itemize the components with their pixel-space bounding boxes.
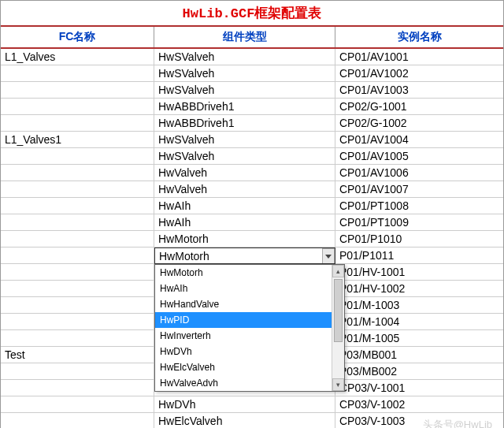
dropdown-item[interactable]: HwMotorh [155, 265, 344, 281]
cell-comp[interactable]: HwSValveh [154, 148, 335, 165]
table-row: L1_Valves1HwSValvehCP01/AV1004 [1, 132, 503, 148]
cell-fc[interactable]: L1_Valves [1, 49, 154, 65]
table-row: HwABBDriveh1CP02/G-1002 [1, 115, 503, 132]
cell-comp[interactable]: HwSValveh [154, 49, 335, 65]
table-row: HwValvehCP01/AV1007 [1, 181, 503, 198]
cell-inst[interactable]: P01/HV-1002 [335, 281, 503, 297]
cell-fc[interactable] [1, 413, 154, 428]
table-row: HwValvehCP01/AV1006 [1, 165, 503, 181]
cell-fc[interactable] [1, 396, 154, 413]
cell-comp[interactable]: HwABBDriveh1 [154, 99, 335, 115]
cell-comp[interactable]: HwABBDriveh1 [154, 115, 335, 132]
cell-fc[interactable] [1, 165, 154, 181]
cell-comp[interactable]: HwAIh [154, 198, 335, 214]
table-row: HwABBDriveh1CP02/G-1001 [1, 99, 503, 115]
table-row: HwDVhCP03/V-1002 [1, 396, 503, 413]
cell-inst[interactable]: CP02/G-1002 [335, 115, 503, 132]
cell-fc[interactable] [1, 198, 154, 214]
cell-inst[interactable]: P01/HV-1001 [335, 264, 503, 281]
config-table: HwLib.GCF框架配置表 FC名称 组件类型 实例名称 L1_ValvesH… [0, 0, 504, 428]
dropdown-toggle[interactable] [322, 248, 335, 264]
cell-fc[interactable]: L1_Valves1 [1, 132, 154, 148]
cell-inst[interactable]: CP03/V-1002 [335, 396, 503, 413]
cell-fc[interactable] [1, 380, 154, 396]
cell-fc[interactable] [1, 65, 154, 82]
cell-fc[interactable] [1, 82, 154, 99]
active-row: HwMotorh P01/P1011 [1, 247, 503, 264]
cell-fc[interactable] [1, 281, 154, 297]
header-fc: FC名称 [1, 27, 154, 47]
cell-fc[interactable] [1, 148, 154, 165]
cell-fc[interactable] [1, 363, 154, 380]
cell-inst[interactable]: P03/MB001 [335, 347, 503, 363]
scroll-thumb[interactable] [334, 279, 343, 342]
cell-inst[interactable]: CP01/PT1009 [335, 214, 503, 231]
table-body: L1_ValvesHwSValvehCP01/AV1001HwSValvehCP… [1, 49, 503, 428]
cell-comp[interactable]: HwElcValveh [154, 413, 335, 428]
table-row: HwSValvehCP01/AV1003 [1, 82, 503, 99]
cell-inst[interactable]: CP01/AV1005 [335, 148, 503, 165]
cell-comp-active[interactable]: HwMotorh [154, 247, 335, 264]
dropdown-item[interactable]: HwHandValve [155, 296, 344, 312]
cell-comp[interactable]: HwMotorh [154, 231, 335, 247]
dropdown-list[interactable]: HwMotorhHwAIhHwHandValveHwPIDHwInverterh… [154, 264, 345, 392]
header-row: FC名称 组件类型 实例名称 [1, 27, 503, 49]
cell-inst[interactable]: CP03/V-1001 [335, 380, 503, 396]
cell-comp[interactable]: HwValveh [154, 165, 335, 181]
cell-inst[interactable]: P01/M-1004 [335, 314, 503, 330]
cell-comp[interactable]: HwSValveh [154, 82, 335, 99]
table-row: HwSValvehCP01/AV1002 [1, 65, 503, 82]
chevron-down-icon [325, 255, 332, 259]
table-title: HwLib.GCF框架配置表 [1, 1, 503, 27]
table-row: HwAIhCP01/PT1009 [1, 214, 503, 231]
cell-inst[interactable]: CP01/PT1008 [335, 198, 503, 214]
header-comp: 组件类型 [154, 27, 335, 47]
cell-fc[interactable]: Test [1, 347, 154, 363]
dropdown-scrollbar[interactable]: ▴ ▾ [332, 265, 344, 391]
table-row: L1_ValvesHwSValvehCP01/AV1001 [1, 49, 503, 65]
cell-fc[interactable] [1, 231, 154, 247]
table-row: HwSValvehCP01/AV1005 [1, 148, 503, 165]
dropdown-item[interactable]: HwPID [155, 312, 344, 328]
cell-fc[interactable] [1, 99, 154, 115]
header-inst: 实例名称 [335, 27, 503, 47]
cell-inst[interactable]: P01/M-1005 [335, 330, 503, 347]
cell-fc[interactable] [1, 247, 154, 264]
dropdown-item[interactable]: HwValveAdvh [155, 375, 344, 391]
cell-comp[interactable]: HwSValveh [154, 65, 335, 82]
cell-fc[interactable] [1, 181, 154, 198]
cell-inst[interactable]: CP01/AV1007 [335, 181, 503, 198]
table-row: HwMotorhCP01/P1010 [1, 231, 503, 247]
cell-fc[interactable] [1, 314, 154, 330]
cell-inst[interactable]: P03/MB002 [335, 363, 503, 380]
cell-inst[interactable]: CP01/AV1004 [335, 132, 503, 148]
dropdown-item[interactable]: HwInverterh [155, 328, 344, 344]
cell-comp[interactable]: HwValveh [154, 181, 335, 198]
cell-fc[interactable] [1, 264, 154, 281]
cell-inst[interactable]: P01/P1011 [335, 247, 503, 264]
scroll-down-button[interactable]: ▾ [332, 378, 344, 391]
cell-inst[interactable]: CP01/AV1001 [335, 49, 503, 65]
cell-inst[interactable]: CP01/P1010 [335, 231, 503, 247]
table-row: HwAIhCP01/PT1008 [1, 198, 503, 214]
active-comp-value: HwMotorh [159, 250, 209, 262]
scroll-up-button[interactable]: ▴ [332, 265, 344, 277]
cell-comp[interactable]: HwDVh [154, 396, 335, 413]
cell-inst[interactable]: CP02/G-1001 [335, 99, 503, 115]
cell-fc[interactable] [1, 330, 154, 347]
cell-fc[interactable] [1, 214, 154, 231]
cell-inst[interactable]: CP01/AV1002 [335, 65, 503, 82]
cell-inst[interactable]: CP01/AV1003 [335, 82, 503, 99]
cell-inst[interactable]: CP01/AV1006 [335, 165, 503, 181]
cell-inst[interactable]: CP03/V-1003 [335, 413, 503, 428]
cell-fc[interactable] [1, 115, 154, 132]
dropdown-item[interactable]: HwAIh [155, 281, 344, 296]
cell-comp[interactable]: HwAIh [154, 214, 335, 231]
dropdown-item[interactable]: HwElcValveh [155, 359, 344, 375]
cell-inst[interactable]: P01/M-1003 [335, 297, 503, 314]
cell-comp[interactable]: HwSValveh [154, 132, 335, 148]
dropdown-item[interactable]: HwDVh [155, 344, 344, 359]
cell-fc[interactable] [1, 297, 154, 314]
table-row: HwElcValvehCP03/V-1003 [1, 413, 503, 428]
